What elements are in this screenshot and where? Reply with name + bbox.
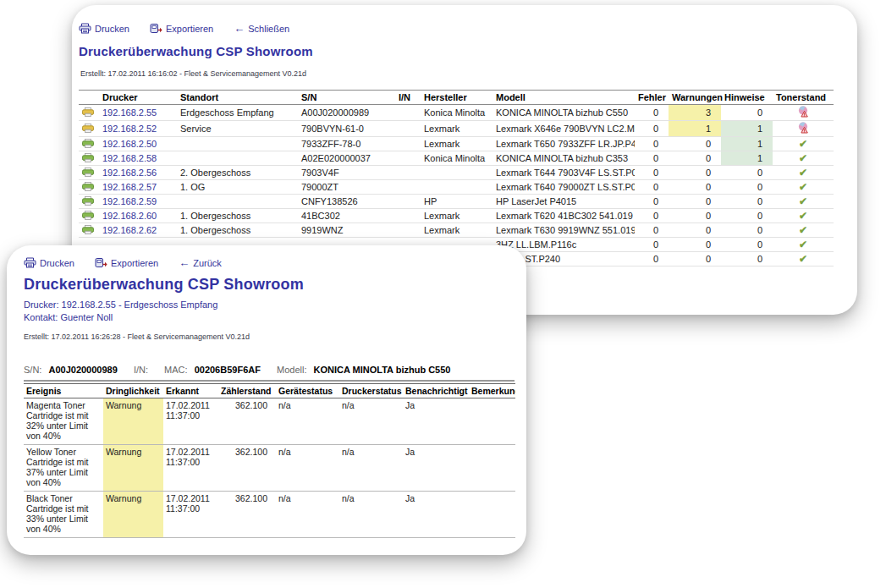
cell-zaehlerstand: 362.100 <box>218 492 276 538</box>
cell-hinweise: 1 <box>721 137 773 151</box>
events-header-row: Ereignis Dringlichkeit Erkannt Zählersta… <box>24 384 515 398</box>
toner-ok-check-icon <box>799 182 807 192</box>
col-geraetestatus: Gerätestatus <box>276 384 339 398</box>
cell-in <box>395 137 421 151</box>
cell-modell: Lexmark T644 7903V4F LS.ST.P069 <box>493 166 635 180</box>
printer-status-icon <box>79 121 99 137</box>
cell-ereignis: Black Toner Cartridge ist mit 33% unter … <box>24 492 103 538</box>
in-label: I/N: <box>134 365 148 375</box>
col-ereignis: Ereignis <box>24 384 103 398</box>
printer-ip-link[interactable]: 192.168.2.60 <box>102 211 157 221</box>
printer-green-icon <box>82 139 94 148</box>
cell-hinweise: 1 <box>721 151 773 166</box>
cell-zaehlerstand: 362.100 <box>218 445 276 492</box>
printer-icon <box>24 257 36 268</box>
cell-warnungen: 0 <box>669 223 721 238</box>
cell-fehler: 0 <box>635 195 669 209</box>
cell-druckerstatus: n/a <box>339 492 403 538</box>
cell-standort: Service <box>177 121 298 137</box>
cell-sn: 9919WNZ <box>298 223 395 238</box>
printer-ip-link[interactable]: 192.168.2.58 <box>102 153 157 163</box>
printer-ip-link[interactable]: 192.168.2.52 <box>102 124 157 134</box>
col-modell: Modell <box>493 91 635 105</box>
cell-dringlichkeit: Warnung <box>103 445 163 492</box>
cell-benachrichtigt: Ja <box>403 445 469 492</box>
cell-hersteller: Konica Minolta <box>421 151 493 166</box>
col-warnungen: Warnungen <box>669 91 721 105</box>
cell-sn: A02E020000037 <box>298 151 395 166</box>
printer-ip-link[interactable]: 192.168.2.57 <box>102 182 157 192</box>
cell-modell: Lexmark T630 9919WNZ 551.019 --- Part Nu… <box>493 223 635 238</box>
cell-in <box>395 151 421 166</box>
cell-fehler: 0 <box>635 252 669 267</box>
table-row: 192.168.2.58 A02E020000037 Konica Minolt… <box>79 151 834 166</box>
toner-warning-icon <box>797 122 810 134</box>
cell-warnungen: 1 <box>669 121 721 137</box>
cell-geraetestatus: n/a <box>276 398 339 445</box>
mac-label: MAC: <box>164 365 188 375</box>
cell-erkannt: 17.02.2011 11:37:00 <box>163 445 218 492</box>
print-button[interactable]: Drucken <box>24 257 74 268</box>
col-druckerstatus: Druckerstatus <box>339 384 403 398</box>
printer-green-icon <box>82 182 94 191</box>
toolbar: Drucken Exportieren Zurück <box>24 256 222 269</box>
cell-fehler: 0 <box>635 238 669 252</box>
printer-green-icon <box>82 196 94 206</box>
cell-ereignis: Yellow Toner Cartridge ist mit 37% unter… <box>24 445 103 492</box>
cell-modell: Lexmark T620 41BC302 541.019 <box>493 209 635 223</box>
contact-info-line: Kontakt: Guenter Noll <box>24 312 113 322</box>
events-table: Ereignis Dringlichkeit Erkannt Zählersta… <box>24 383 515 538</box>
cell-tonerstand <box>773 223 834 238</box>
cell-hersteller <box>421 180 493 195</box>
printer-icon <box>79 23 91 34</box>
cell-druckerstatus: n/a <box>339 445 403 492</box>
printer-status-icon <box>79 195 99 209</box>
printer-ip-link[interactable]: 192.168.2.62 <box>102 225 157 235</box>
event-row: Black Toner Cartridge ist mit 33% unter … <box>24 492 515 538</box>
print-button[interactable]: Drucken <box>79 23 129 34</box>
cell-erkannt: 17.02.2011 11:37:00 <box>163 398 218 445</box>
printer-status-icon <box>79 209 99 223</box>
cell-sn: 7903V4F <box>298 166 395 180</box>
printer-ip-link[interactable]: 192.168.2.55 <box>102 107 157 118</box>
cell-zaehlerstand: 362.100 <box>218 398 276 445</box>
printer-ip-link[interactable]: 192.168.2.59 <box>102 196 157 206</box>
col-erkannt: Erkannt <box>163 384 218 398</box>
printer-ip-link[interactable]: 192.168.2.50 <box>102 139 157 149</box>
col-bemerkung: Bemerkung <box>469 384 515 398</box>
cell-sn: CNFY138526 <box>298 195 395 209</box>
cell-hinweise: 0 <box>721 195 773 209</box>
cell-hinweise: 0 <box>721 166 773 180</box>
export-icon <box>95 257 107 268</box>
table-row: 192.168.2.59 CNFY138526 HP HP LaserJet P… <box>79 195 834 209</box>
cell-warnungen: 0 <box>669 180 721 195</box>
cell-sn: 41BC302 <box>298 209 395 223</box>
cell-fehler: 0 <box>635 137 669 151</box>
cell-modell: KONICA MINOLTA bizhub C550 <box>493 105 635 121</box>
col-in: I/N <box>395 91 421 105</box>
cell-sn: 790BVYN-61-0 <box>298 121 395 137</box>
printer-status-icon <box>79 151 99 166</box>
export-button[interactable]: Exportieren <box>150 23 213 34</box>
back-button[interactable]: Zurück <box>179 256 222 269</box>
col-tonerstand: Tonerstand <box>773 91 834 105</box>
close-button-label: Schließen <box>248 24 289 34</box>
cell-fehler: 0 <box>635 223 669 238</box>
cell-hersteller: Lexmark <box>421 209 493 223</box>
cell-standort: 1. Obergeschoss <box>177 209 298 223</box>
close-button[interactable]: Schließen <box>234 22 289 35</box>
cell-in <box>395 195 421 209</box>
cell-hersteller <box>421 166 493 180</box>
printer-ip-link[interactable]: 192.168.2.56 <box>102 168 157 178</box>
cell-in <box>395 223 421 238</box>
cell-tonerstand <box>773 195 834 209</box>
cell-standort: 1. Obergeschoss <box>177 223 298 238</box>
cell-warnungen: 0 <box>669 166 721 180</box>
export-button[interactable]: Exportieren <box>95 257 158 268</box>
table-row: 192.168.2.52 Service 790BVYN-61-0 Lexmar… <box>79 121 834 137</box>
icon-column-header <box>79 91 99 105</box>
export-button-label: Exportieren <box>166 24 213 34</box>
table-header-row: Drucker Standort S/N I/N Hersteller Mode… <box>79 91 834 105</box>
toner-ok-check-icon <box>799 254 807 264</box>
printer-green-icon <box>82 168 94 177</box>
